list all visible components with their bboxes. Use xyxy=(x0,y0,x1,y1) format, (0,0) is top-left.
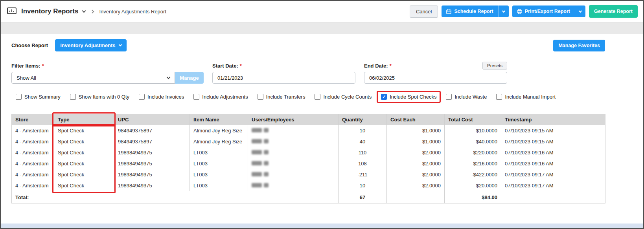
presets-button[interactable]: Presets xyxy=(482,62,507,70)
checkbox-icon[interactable] xyxy=(16,94,22,100)
filter-items-selected-value: Show All xyxy=(17,75,36,81)
checkbox-icon[interactable] xyxy=(315,94,320,100)
report-option-checkbox[interactable]: Include Spot Checks xyxy=(377,91,441,103)
column-header-item-name: Item Name xyxy=(190,114,248,125)
users-cell xyxy=(248,180,339,191)
checkbox-icon[interactable] xyxy=(496,94,502,100)
choose-report-row: Choose Report Inventory Adjustments Mana… xyxy=(11,39,605,51)
total-cost-value: $84.00 xyxy=(445,191,501,203)
chevron-down-icon xyxy=(118,43,121,46)
table-row[interactable]: 4 - Amsterdam Spot Check 198984949375 LT… xyxy=(12,180,605,191)
report-option-checkbox[interactable]: Show Items with 0 Qty xyxy=(66,91,134,103)
table-row[interactable]: 4 - Amsterdam Spot Check 984949375897 Al… xyxy=(12,136,605,147)
end-date-input[interactable] xyxy=(364,72,507,84)
required-marker: * xyxy=(240,63,242,69)
manage-filter-button[interactable]: Manage xyxy=(175,72,204,84)
generate-report-button[interactable]: Generate Report xyxy=(589,5,638,18)
end-date-group: End Date: * Presets xyxy=(364,62,507,84)
redacted-user-text xyxy=(252,128,269,132)
quantity-cell: -211 xyxy=(339,169,387,180)
item-name-cell: Almond Joy Reg Size xyxy=(190,125,248,136)
timestamp-cell: 07/10/2023 09:16 AM xyxy=(501,147,605,158)
redacted-user-text xyxy=(252,183,269,187)
timestamp-cell: 07/10/2023 09:15 AM xyxy=(501,136,605,147)
upc-cell: 984949375897 xyxy=(114,136,190,147)
table-row[interactable]: 4 - Amsterdam Spot Check 198984949375 LT… xyxy=(12,158,605,169)
users-cell xyxy=(248,169,339,180)
type-cell: Spot Check xyxy=(54,147,114,158)
report-table: Store Type UPC Item Name Users/Employees… xyxy=(11,114,605,203)
manage-favorites-button[interactable]: Manage Favorites xyxy=(553,40,605,51)
checkbox-label: Include Spot Checks xyxy=(390,94,436,100)
item-name-cell: Almond Joy Reg Size xyxy=(190,136,248,147)
checkbox-icon[interactable] xyxy=(258,94,263,100)
start-date-input[interactable] xyxy=(212,72,355,84)
upc-cell: 198984949375 xyxy=(114,147,190,158)
checkbox-icon[interactable] xyxy=(193,94,199,100)
report-type-dropdown[interactable]: Inventory Adjustments xyxy=(55,39,126,51)
end-date-label-text: End Date: xyxy=(364,63,388,69)
checkbox-icon[interactable] xyxy=(139,94,145,100)
report-option-checkbox[interactable]: Include Waste xyxy=(442,91,491,103)
inventory-reports-icon xyxy=(7,7,17,15)
cancel-button[interactable]: Cancel xyxy=(410,5,438,18)
table-header-row: Store Type UPC Item Name Users/Employees… xyxy=(12,114,605,125)
report-option-checkbox[interactable]: Include Invoices xyxy=(134,91,188,103)
quantity-cell: 40 xyxy=(339,136,387,147)
title-dropdown-chevron-icon[interactable] xyxy=(82,9,86,13)
store-cell: 4 - Amsterdam xyxy=(12,136,54,147)
checkbox-label: Include Adjustments xyxy=(202,94,248,100)
total-timestamp-empty xyxy=(501,191,605,203)
required-marker: * xyxy=(390,63,392,69)
report-option-checkbox[interactable]: Include Manual Import xyxy=(492,91,560,103)
print-export-report-button[interactable]: Print/Export Report xyxy=(512,5,585,17)
store-cell: 4 - Amsterdam xyxy=(12,169,54,180)
breadcrumb: Inventory Adjustments Report xyxy=(99,9,166,15)
main-content: Choose Report Inventory Adjustments Mana… xyxy=(1,39,605,203)
item-name-cell: LT003 xyxy=(190,180,248,191)
type-cell: Spot Check xyxy=(54,158,114,169)
checkbox-icon[interactable] xyxy=(446,94,452,100)
horizontal-scrollbar[interactable] xyxy=(1,224,643,228)
column-header-store: Store xyxy=(12,114,54,125)
report-option-checkbox[interactable]: Include Transfers xyxy=(253,91,310,103)
users-cell xyxy=(248,125,339,136)
total-label: Total: xyxy=(12,191,339,203)
column-header-timestamp: Timestamp xyxy=(501,114,605,125)
filter-items-select[interactable]: Show All xyxy=(11,72,175,84)
checkbox-icon[interactable] xyxy=(381,94,387,100)
total-cost-cell: -$422.0000 xyxy=(445,169,501,180)
type-cell: Spot Check xyxy=(54,180,114,191)
upc-cell: 984949375897 xyxy=(114,125,190,136)
item-name-cell: LT003 xyxy=(190,169,248,180)
table-row[interactable]: 4 - Amsterdam Spot Check 984949375897 Al… xyxy=(12,125,605,136)
checkbox-label: Include Manual Import xyxy=(505,94,556,100)
quantity-cell: 108 xyxy=(339,158,387,169)
total-row: Total: 67 $84.00 xyxy=(12,191,605,203)
start-date-label-text: Start Date: xyxy=(212,63,238,69)
quantity-cell: 10 xyxy=(339,125,387,136)
checkbox-label: Include Waste xyxy=(454,94,487,100)
schedule-report-dropdown-toggle[interactable] xyxy=(498,5,509,17)
required-marker: * xyxy=(42,63,44,69)
total-cost-cell: $220.0000 xyxy=(445,147,501,158)
choose-report-label: Choose Report xyxy=(11,42,48,48)
redacted-user-text xyxy=(252,161,269,165)
report-option-checkbox[interactable]: Show Summary xyxy=(11,91,65,103)
filter-items-label-text: Filter Items: xyxy=(11,63,40,69)
print-export-dropdown-toggle[interactable] xyxy=(575,5,585,17)
table-row[interactable]: 4 - Amsterdam Spot Check 198984949375 LT… xyxy=(12,147,605,158)
report-option-checkbox[interactable]: Include Cycle Counts xyxy=(310,91,376,103)
total-quantity: 67 xyxy=(339,191,387,203)
redacted-user-text xyxy=(252,139,269,143)
cost-each-cell: $2.0000 xyxy=(387,169,445,180)
table-body: 4 - Amsterdam Spot Check 984949375897 Al… xyxy=(12,125,605,191)
end-date-label: End Date: * xyxy=(364,63,392,69)
table-row[interactable]: 4 - Amsterdam Spot Check 198984949375 LT… xyxy=(12,169,605,180)
report-option-checkbox[interactable]: Include Adjustments xyxy=(189,91,252,103)
page-title: Inventory Reports xyxy=(21,7,78,15)
cost-each-cell: $1.0000 xyxy=(387,136,445,147)
breadcrumb-separator-icon xyxy=(90,9,94,13)
checkbox-icon[interactable] xyxy=(70,94,76,100)
schedule-report-button[interactable]: Schedule Report xyxy=(442,5,508,17)
